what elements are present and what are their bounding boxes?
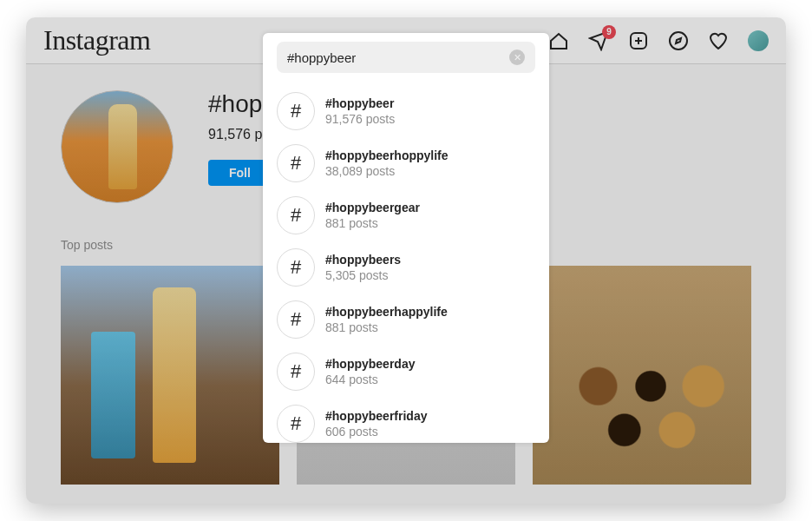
instagram-logo[interactable]: Instagram	[43, 24, 150, 56]
result-tag-count: 38,089 posts	[325, 163, 449, 179]
hashtag-icon: #	[277, 144, 315, 182]
result-tag-count: 881 posts	[325, 215, 420, 231]
result-tag-name: #hoppybeerfriday	[325, 408, 427, 424]
search-result-item[interactable]: ##hoppybeergear881 posts	[263, 189, 549, 241]
result-tag-count: 881 posts	[325, 320, 448, 335]
result-tag-name: #hoppybeers	[325, 252, 401, 267]
result-tag-name: #hoppybeerday	[325, 356, 415, 372]
search-input[interactable]	[287, 50, 509, 65]
post-thumbnail[interactable]	[533, 266, 751, 485]
messages-badge: 9	[602, 25, 616, 39]
result-tag-name: #hoppybeerhappylife	[325, 304, 448, 320]
hashtag-icon: #	[277, 196, 315, 234]
search-dropdown: ✕ ##hoppybeer91,576 posts##hoppybeerhopp…	[263, 33, 549, 443]
svg-point-1	[670, 32, 687, 49]
result-tag-count: 5,305 posts	[325, 267, 401, 283]
profile-avatar[interactable]	[748, 30, 769, 51]
search-results: ##hoppybeer91,576 posts##hoppybeerhoppyl…	[263, 78, 549, 443]
messages-icon[interactable]: 9	[588, 30, 609, 51]
activity-icon[interactable]	[708, 30, 729, 51]
new-post-icon[interactable]	[628, 30, 649, 51]
hashtag-cover-image	[61, 90, 174, 203]
result-tag-name: #hoppybeer	[325, 96, 395, 111]
clear-search-icon[interactable]: ✕	[509, 49, 525, 65]
hashtag-icon: #	[277, 300, 315, 339]
search-result-item[interactable]: ##hoppybeerfriday606 posts	[263, 398, 549, 443]
home-icon[interactable]	[548, 30, 569, 51]
explore-icon[interactable]	[668, 30, 689, 51]
post-thumbnail[interactable]	[61, 266, 279, 485]
follow-button[interactable]: Foll	[208, 160, 272, 186]
result-tag-count: 606 posts	[325, 424, 427, 439]
hashtag-icon: #	[277, 92, 315, 130]
search-result-item[interactable]: ##hoppybeerhoppylife38,089 posts	[263, 137, 549, 189]
search-result-item[interactable]: ##hoppybeer91,576 posts	[263, 85, 549, 137]
result-tag-count: 91,576 posts	[325, 111, 395, 127]
search-result-item[interactable]: ##hoppybeerhappylife881 posts	[263, 293, 549, 346]
result-tag-count: 644 posts	[325, 372, 415, 387]
hashtag-icon: #	[277, 353, 315, 391]
result-tag-name: #hoppybeergear	[325, 200, 420, 215]
search-result-item[interactable]: ##hoppybeerday644 posts	[263, 346, 549, 398]
result-tag-name: #hoppybeerhoppylife	[325, 148, 449, 163]
hashtag-icon: #	[277, 405, 315, 443]
search-box[interactable]: ✕	[277, 42, 535, 73]
hashtag-icon: #	[277, 248, 315, 287]
search-result-item[interactable]: ##hoppybeers5,305 posts	[263, 241, 549, 293]
nav-icons: 9	[548, 30, 769, 51]
